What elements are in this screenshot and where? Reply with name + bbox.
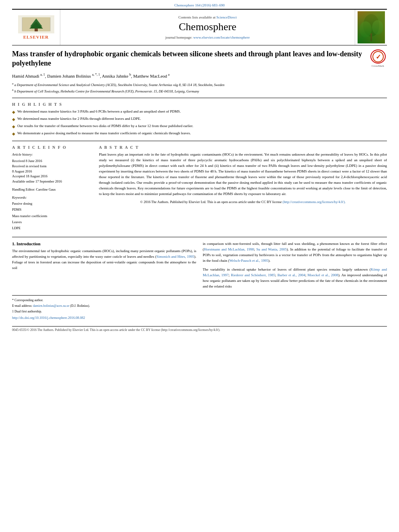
keyword-3: Mass transfer coefficients [12, 213, 93, 219]
highlight-text-1: We determined mass transfer kinetics for… [17, 109, 181, 115]
main-content: Mass transfer of hydrophobic organic che… [12, 45, 387, 324]
article-info-abstract-section: A R T I C L E I N F O Article history: R… [12, 145, 387, 231]
section-title: Introduction [16, 241, 41, 246]
doi-link[interactable]: http://dx.doi.org/10.1016/j.chemosphere.… [12, 316, 85, 320]
received-revised-label: Received in revised form [12, 164, 93, 169]
divider-1 [12, 98, 387, 98]
copyright-label: © 2016 The Authors. Published by Elsevie… [140, 200, 282, 204]
bullet-icon-2: ◆ [12, 116, 15, 122]
highlight-text-2: We determined mass transfer kinetics for… [17, 116, 141, 122]
email-note: E-mail address: damien.bolinius@aces.su.… [12, 304, 387, 308]
journal-name: Chemosphere [179, 21, 237, 33]
bullet-icon-1: ◆ [12, 109, 15, 115]
elsevier-tree-icon [18, 15, 54, 33]
highlight-item-2: ◆ We determined mass transfer kinetics f… [12, 116, 387, 122]
journal-cover-image [358, 11, 385, 43]
highlight-item-3: ◆ Our results for the transfer of fluora… [12, 123, 387, 129]
ref-barber[interactable]: Barber et al., 2004 [278, 273, 305, 277]
intro-para-1: The environmental fate of hydrophobic or… [12, 249, 196, 271]
highlights-title: H I G H L I G H T S [12, 102, 387, 107]
highlight-item-1: ◆ We determined mass transfer kinetics f… [12, 109, 387, 115]
svg-rect-12 [370, 33, 372, 41]
ref-su[interactable]: Su and Wania, 2005 [256, 247, 287, 251]
article-info-column: A R T I C L E I N F O Article history: R… [12, 145, 93, 231]
svg-point-9 [363, 14, 379, 37]
citation-text: Chemosphere 164 (2016) 683–690 [174, 3, 224, 7]
ref-riederer[interactable]: Riederer and Schönherr, 1985 [231, 273, 275, 277]
received-date: Received 8 June 2016 [12, 158, 93, 164]
ref-welsch[interactable]: Welsch-Pausch et al., 1995 [229, 259, 268, 263]
homepage-label: journal homepage: [165, 35, 192, 39]
contents-text: Contents lists available at [179, 15, 216, 19]
contents-available-text: Contents lists available at ScienceDirec… [179, 15, 237, 19]
crossmark-svg: ✓ [372, 51, 384, 63]
email-author-name: (D.J. Bolinius). [70, 304, 90, 308]
keyword-1: Passive dosing [12, 201, 93, 207]
ref-simonich[interactable]: Simonich and Hites, 1995 [156, 255, 194, 259]
body-col-left: 1. Introduction The environmental fate o… [12, 241, 196, 290]
crossmark-icon: ✓ [370, 49, 386, 64]
journal-banner: ELSEVIER Contents lists available at Sci… [12, 9, 387, 45]
svg-rect-4 [35, 29, 38, 31]
svg-point-11 [372, 20, 383, 35]
journal-cover-image-box [355, 10, 387, 45]
keyword-5: LDPE [12, 225, 93, 231]
handling-editor-label: Handling Editor: [12, 187, 35, 191]
intro-para-3: The variability in chemical uptake behav… [203, 267, 387, 290]
handling-editor-name: Caroline Gaus [36, 187, 56, 191]
footnotes-section: * Corresponding author. E-mail address: … [12, 295, 387, 314]
elsevier-wordmark: ELSEVIER [23, 35, 49, 39]
article-title: Mass transfer of hydrophobic organic che… [12, 49, 387, 68]
issn-copyright-text: 0045-6535/© 2016 The Authors. Published … [12, 328, 220, 332]
corresponding-author-note: * Corresponding author. [12, 298, 387, 302]
crossmark-label: CrossMark [372, 64, 384, 68]
homepage-link[interactable]: www.elsevier.com/locate/chemosphere [193, 35, 250, 39]
doi-line: http://dx.doi.org/10.1016/j.chemosphere.… [12, 316, 387, 320]
abstract-column: A B S T R A C T Plant leaves play an imp… [99, 145, 387, 231]
dual-authorship-note: 1 Dual first authorship. [12, 309, 387, 314]
keywords-section: Keywords: Passive dosing PDMS Mass trans… [12, 195, 93, 231]
body-col-right: in comparison with non-forested soils, t… [203, 241, 387, 290]
keyword-4: Leaves [12, 219, 93, 225]
highlight-text-3: Our results for the transfer of fluorant… [17, 123, 193, 129]
history-label: Article history: [12, 152, 93, 157]
elsevier-logo-box: ELSEVIER [12, 10, 60, 45]
article-info-title: A R T I C L E I N F O [12, 145, 93, 150]
bullet-icon-3: ◆ [12, 123, 15, 129]
email-label: E-mail address: [12, 304, 32, 308]
journal-title-box: Contents lists available at ScienceDirec… [60, 10, 355, 45]
highlight-text-4: We demonstrate a passive dosing method t… [17, 131, 191, 136]
affiliation-a: a a Department of Environmental Science … [12, 82, 387, 88]
copyright-text: © 2016 The Authors. Published by Elsevie… [99, 199, 387, 205]
cc-license-link[interactable]: (http://creativecommons.org/licenses/by/… [283, 200, 346, 204]
affiliation-b: b b Department of Cell Toxicology, Helmh… [12, 88, 387, 94]
homepage-text: journal homepage: www.elsevier.com/locat… [165, 35, 250, 39]
ref-horstmann[interactable]: Horstmann and McLachlan, 1998 [204, 247, 254, 251]
keywords-list: Passive dosing PDMS Mass transfer coeffi… [12, 201, 93, 231]
ref-moeckel[interactable]: Moeckel et al., 2008 [308, 273, 338, 277]
section-number: 1. [12, 241, 15, 246]
accepted-date: Accepted 18 August 2016 [12, 174, 93, 179]
crossmark-badge: ✓ CrossMark [369, 49, 387, 68]
article-history-block: Article history: Received 8 June 2016 Re… [12, 152, 93, 184]
highlight-item-4: ◆ We demonstrate a passive dosing method… [12, 131, 387, 137]
dual-authorship-text: 1 Dual first authorship. [12, 310, 42, 313]
science-direct-link[interactable]: ScienceDirect [216, 15, 237, 19]
cover-svg [358, 11, 385, 43]
intro-para-2: in comparison with non-forested soils, t… [203, 241, 387, 264]
handling-editor-block: Handling Editor: Caroline Gaus [12, 187, 93, 191]
bullet-icon-4: ◆ [12, 131, 15, 137]
authors-line: Hamid Ahmadi a, 1, Damien Johann Boliniu… [12, 72, 387, 80]
journal-citation: Chemosphere 164 (2016) 683–690 [0, 0, 399, 9]
body-section: 1. Introduction The environmental fate o… [12, 237, 387, 290]
intro-heading: 1. Introduction [12, 241, 196, 246]
corresponding-label: * Corresponding author. [12, 298, 43, 302]
keyword-2: PDMS [12, 207, 93, 213]
bottom-bar: 0045-6535/© 2016 The Authors. Published … [12, 326, 387, 333]
available-online: Available online 17 September 2016 [12, 179, 93, 184]
author-email-link[interactable]: damien.bolinius@aces.su.se [33, 304, 69, 308]
highlights-section: H I G H L I G H T S ◆ We determined mass… [12, 102, 387, 137]
body-two-columns: 1. Introduction The environmental fate o… [12, 241, 387, 290]
divider-2 [12, 141, 387, 141]
svg-text:✓: ✓ [375, 53, 380, 60]
